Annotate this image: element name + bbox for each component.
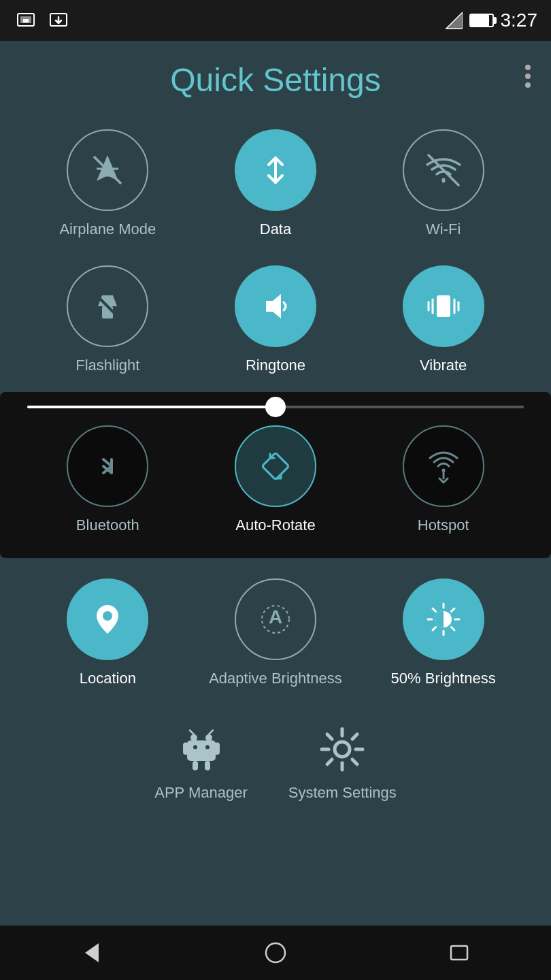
svg-rect-19 — [262, 453, 289, 480]
adaptive-brightness-item[interactable]: A Adaptive Brightness — [195, 568, 356, 698]
svg-rect-55 — [451, 946, 467, 960]
svg-line-49 — [327, 734, 332, 739]
location-item[interactable]: Location — [27, 568, 188, 698]
svg-point-33 — [190, 734, 197, 741]
svg-line-51 — [352, 734, 357, 739]
wifi-item[interactable]: Wi-Fi — [363, 119, 524, 248]
svg-point-40 — [193, 745, 197, 749]
brightness-50-label: 50% Brightness — [391, 670, 496, 687]
svg-line-29 — [433, 608, 436, 612]
download-icon — [46, 8, 71, 33]
flashlight-button[interactable] — [67, 265, 148, 347]
svg-marker-53 — [85, 943, 99, 962]
svg-point-21 — [103, 611, 112, 621]
page-title: Quick Settings — [170, 61, 380, 99]
home-button[interactable] — [255, 932, 296, 973]
brightness-slider-track[interactable] — [27, 406, 524, 408]
airplane-mode-button[interactable] — [67, 129, 148, 211]
ringtone-button[interactable] — [235, 265, 316, 347]
svg-line-32 — [433, 627, 436, 631]
auto-rotate-button[interactable] — [235, 425, 316, 507]
ringtone-item[interactable]: Ringtone — [195, 255, 356, 385]
row2-grid: Flashlight Ringtone — [27, 255, 524, 385]
system-settings-item[interactable]: System Settings — [288, 725, 397, 802]
main-content: Airplane Mode Data — [0, 112, 551, 822]
system-settings-label: System Settings — [288, 784, 397, 802]
brightness-50-button[interactable] — [403, 578, 484, 660]
adaptive-brightness-label: Adaptive Brightness — [209, 670, 342, 687]
wifi-label: Wi-Fi — [426, 220, 461, 238]
app-manager-icon — [178, 725, 225, 773]
dark-panel: Bluetooth Auto-Rotate — [0, 392, 551, 558]
vibrate-item[interactable]: Vibrate — [363, 255, 524, 385]
svg-point-44 — [335, 742, 350, 757]
svg-rect-39 — [205, 761, 210, 770]
location-button[interactable] — [67, 578, 148, 660]
nav-bar — [0, 926, 551, 980]
svg-marker-13 — [266, 294, 281, 318]
recents-button[interactable] — [439, 932, 480, 973]
svg-rect-2 — [23, 19, 29, 22]
status-icons-right: 3:27 — [445, 10, 538, 31]
row3-grid: Bluetooth Auto-Rotate — [27, 415, 524, 544]
svg-rect-37 — [214, 742, 220, 755]
data-button[interactable] — [235, 129, 316, 211]
hotspot-item[interactable]: Hotspot — [363, 415, 524, 544]
app-manager-item[interactable]: APP Manager — [154, 725, 248, 802]
svg-rect-36 — [183, 742, 188, 755]
svg-line-30 — [451, 627, 454, 631]
bottom-row: APP Manager System Settings — [27, 705, 524, 815]
signal-icon — [445, 11, 463, 30]
svg-rect-35 — [187, 740, 216, 761]
adaptive-brightness-button[interactable]: A — [235, 578, 316, 660]
svg-line-42 — [190, 730, 194, 734]
svg-rect-38 — [193, 761, 198, 770]
svg-rect-14 — [437, 295, 450, 317]
system-settings-icon — [318, 725, 366, 773]
svg-line-31 — [451, 608, 454, 612]
menu-button[interactable] — [525, 65, 531, 88]
airplane-mode-item[interactable]: Airplane Mode — [27, 119, 188, 248]
svg-point-41 — [205, 745, 210, 749]
slider-fill — [27, 406, 276, 408]
wifi-button[interactable] — [403, 129, 484, 211]
row1-grid: Airplane Mode Data — [27, 119, 524, 248]
status-bar: 3:27 — [0, 0, 551, 41]
battery-icon — [469, 14, 494, 27]
status-time: 3:27 — [501, 10, 538, 31]
svg-line-43 — [209, 730, 213, 734]
screenshot-icon — [14, 8, 38, 33]
svg-point-34 — [205, 734, 212, 741]
vibrate-button[interactable] — [403, 265, 484, 347]
bluetooth-label: Bluetooth — [76, 517, 139, 534]
svg-point-54 — [266, 943, 285, 962]
bluetooth-item[interactable]: Bluetooth — [27, 415, 188, 544]
svg-text:A: A — [269, 606, 282, 627]
slider-row — [27, 392, 524, 415]
status-icons-left — [14, 8, 71, 33]
back-button[interactable] — [71, 932, 112, 973]
data-item[interactable]: Data — [195, 119, 356, 248]
vibrate-label: Vibrate — [420, 357, 467, 374]
hotspot-button[interactable] — [403, 425, 484, 507]
row4-grid: Location A Adaptive Brightness — [27, 558, 524, 698]
data-label: Data — [260, 220, 291, 238]
ringtone-label: Ringtone — [246, 357, 305, 374]
flashlight-label: Flashlight — [76, 357, 139, 374]
airplane-mode-label: Airplane Mode — [59, 220, 156, 238]
svg-line-50 — [352, 760, 357, 764]
app-manager-label: APP Manager — [154, 784, 248, 802]
svg-line-52 — [327, 760, 332, 764]
brightness-50-item[interactable]: 50% Brightness — [363, 568, 524, 698]
header: Quick Settings — [0, 41, 551, 112]
flashlight-item[interactable]: Flashlight — [27, 255, 188, 385]
location-label: Location — [80, 670, 136, 687]
bluetooth-button[interactable] — [67, 425, 148, 507]
hotspot-label: Hotspot — [418, 517, 469, 534]
slider-thumb[interactable] — [265, 397, 286, 417]
auto-rotate-label: Auto-Rotate — [235, 517, 315, 534]
auto-rotate-item[interactable]: Auto-Rotate — [195, 415, 356, 544]
